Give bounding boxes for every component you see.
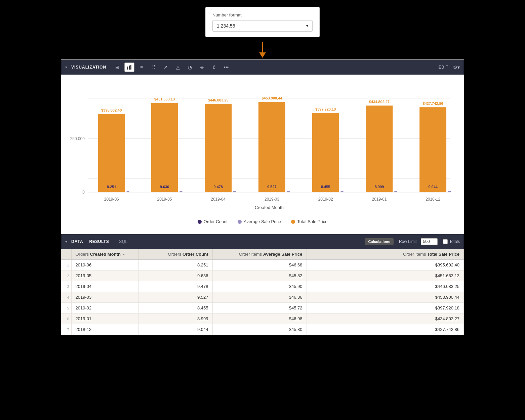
- bar-group-2019-03: $453.900,44 9.527 2019-03: [258, 96, 290, 201]
- col-month-bold: Created Month: [90, 252, 121, 257]
- chevron-down-icon: ▾: [306, 24, 308, 28]
- legend-order-count: Order Count: [198, 219, 228, 224]
- totals-text: Totals: [449, 239, 460, 244]
- cell-count: 8.251: [138, 260, 212, 270]
- cell-month: 2019-02: [71, 303, 138, 313]
- data-section-header: ▾ DATA RESULTS SQL Calculations Row Limi…: [61, 234, 464, 249]
- svg-rect-1: [129, 66, 130, 70]
- total-bar-2018-12[interactable]: [419, 107, 446, 192]
- total-bar-2019-03[interactable]: [258, 102, 285, 192]
- cell-avg: $45,72: [212, 303, 307, 313]
- total-bar-2019-04[interactable]: [205, 104, 232, 192]
- number-format-value: 1.234,56: [217, 23, 235, 29]
- chart-container: 250.000 0 $395.602,40 8.251 2019-06: [68, 81, 457, 216]
- table-row: 3 2019-04 9.478 $45,90 $446.083,25: [61, 281, 464, 292]
- list-icon-btn[interactable]: ≡: [136, 62, 147, 72]
- number-icon-btn[interactable]: 6: [209, 62, 219, 72]
- chart-area: 250.000 0 $395.602,40 8.251 2019-06: [61, 75, 464, 234]
- cell-month: 2019-01: [71, 313, 138, 324]
- total-bar-2019-06[interactable]: [98, 114, 125, 192]
- svg-text:2019-05: 2019-05: [157, 197, 172, 202]
- svg-text:$434.802,27: $434.802,27: [369, 100, 390, 104]
- svg-text:2019-02: 2019-02: [318, 197, 333, 202]
- row-limit-input[interactable]: [421, 238, 438, 245]
- cell-total: $397.920,18: [307, 303, 464, 313]
- row-num-header: [61, 249, 71, 260]
- cell-month: 2019-04: [71, 281, 138, 292]
- scatter-icon-btn[interactable]: ⠿: [149, 62, 159, 72]
- cell-total: $451.663,13: [307, 270, 464, 281]
- more-icon-btn[interactable]: •••: [221, 62, 231, 72]
- area-icon-btn[interactable]: △: [173, 62, 183, 72]
- sort-icon: ▾: [123, 253, 125, 256]
- col-header-total[interactable]: Order Items Total Sale Price: [307, 249, 464, 260]
- table-row: 1 2019-06 8.251 $46,68 $395.602,40: [61, 260, 464, 270]
- number-format-dropdown[interactable]: 1.234,56 ▾: [212, 20, 313, 32]
- table-row: 4 2019-03 9.527 $46,36 $453.900,44: [61, 292, 464, 303]
- table-body: 1 2019-06 8.251 $46,68 $395.602,40 2 201…: [61, 260, 464, 335]
- table-row: 7 2018-12 9.044 $45,80 $427.742,86: [61, 324, 464, 335]
- row-number: 1: [61, 260, 71, 270]
- svg-text:$427.742,86: $427.742,86: [423, 101, 443, 106]
- calculations-button[interactable]: Calculations: [365, 238, 394, 245]
- arrow-line: [262, 42, 263, 52]
- cell-count: 8.455: [138, 303, 212, 313]
- pie-icon-btn[interactable]: ◔: [185, 62, 195, 72]
- col-header-month[interactable]: Orders Created Month ▾: [71, 249, 138, 260]
- cell-avg: $46,36: [212, 292, 307, 303]
- legend-avg-price: Average Sale Price: [238, 219, 281, 224]
- bar-group-2019-02: $397.920,18 8.455 2019-02: [312, 107, 344, 202]
- svg-text:2019-04: 2019-04: [211, 197, 226, 202]
- cell-total: $446.083,25: [307, 281, 464, 292]
- cell-avg: $46,68: [212, 260, 307, 270]
- bar-group-2019-01: $434.802,27 8.999 2019-01: [366, 100, 397, 202]
- col-header-avg[interactable]: Order Items Average Sale Price: [212, 249, 307, 260]
- svg-text:$395.602,40: $395.602,40: [101, 108, 122, 112]
- cell-month: 2018-12: [71, 324, 138, 335]
- svg-text:8.455: 8.455: [321, 185, 330, 189]
- total-bar-2019-02[interactable]: [312, 113, 339, 192]
- cell-avg: $45,80: [212, 324, 307, 335]
- cell-avg: $46,98: [212, 313, 307, 324]
- viz-collapse-toggle[interactable]: ▾: [65, 65, 67, 70]
- total-bar-2019-05[interactable]: [151, 103, 178, 192]
- edit-button[interactable]: EDIT: [439, 65, 448, 70]
- cell-avg: $45,90: [212, 281, 307, 292]
- row-number: 6: [61, 313, 71, 324]
- legend-label-order-count: Order Count: [204, 219, 228, 224]
- number-format-popup: Number format 1.234,56 ▾: [205, 7, 320, 37]
- bar-group-2019-04: $446.083,25 9.478 2019-04: [205, 98, 236, 201]
- gear-icon[interactable]: ⚙▾: [453, 65, 460, 70]
- svg-text:0: 0: [82, 190, 85, 195]
- total-bar-2019-01[interactable]: [366, 106, 393, 192]
- row-number: 5: [61, 303, 71, 313]
- main-panel: ▾ VISUALIZATION ⊞ ≡ ⠿ ↗ △ ◔ ⊕ 6 ••• EDIT…: [61, 59, 464, 335]
- cell-count: 9.527: [138, 292, 212, 303]
- svg-text:8.999: 8.999: [375, 185, 384, 189]
- svg-text:$451.663,13: $451.663,13: [154, 97, 175, 101]
- svg-text:Created Month: Created Month: [255, 205, 284, 210]
- table-icon-btn[interactable]: ⊞: [112, 62, 122, 72]
- cell-total: $434.802,27: [307, 313, 464, 324]
- svg-text:$453.900,44: $453.900,44: [261, 96, 282, 100]
- map-icon-btn[interactable]: ⊕: [197, 62, 207, 72]
- col-header-count[interactable]: Orders Order Count: [138, 249, 212, 260]
- data-section-title: DATA: [71, 239, 83, 244]
- line-icon-btn[interactable]: ↗: [161, 62, 171, 72]
- svg-rect-0: [127, 67, 128, 70]
- row-number: 7: [61, 324, 71, 335]
- data-collapse-toggle[interactable]: ▾: [65, 240, 67, 244]
- cell-total: $395.602,40: [307, 260, 464, 270]
- svg-rect-2: [130, 65, 131, 70]
- row-number: 2: [61, 270, 71, 281]
- cell-count: 9.636: [138, 270, 212, 281]
- tab-results[interactable]: RESULTS: [85, 238, 113, 245]
- chart-svg: 250.000 0 $395.602,40 8.251 2019-06: [68, 81, 457, 216]
- bar-chart-icon-btn[interactable]: [124, 62, 134, 72]
- col-avg-bold: Average Sale Price: [263, 252, 302, 257]
- table-header-row: Orders Created Month ▾ Orders Order Coun…: [61, 249, 464, 260]
- tab-sql[interactable]: SQL: [115, 238, 132, 245]
- table-row: 2 2019-05 9.636 $45,82 $451.663,13: [61, 270, 464, 281]
- totals-checkbox[interactable]: [443, 239, 448, 244]
- legend-label-avg-price: Average Sale Price: [244, 219, 281, 224]
